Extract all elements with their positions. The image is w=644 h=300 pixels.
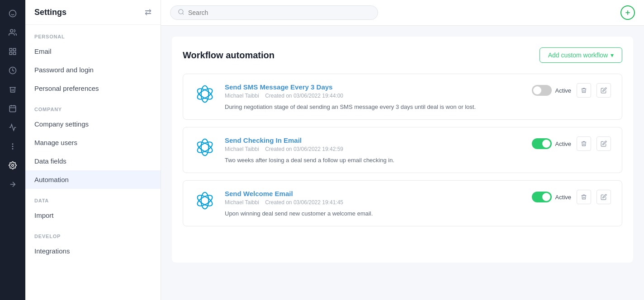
sidebar-item-automation[interactable]: Automation bbox=[25, 170, 161, 189]
workflow-desc-2: Two weeks after losing a deal send a fol… bbox=[225, 157, 523, 164]
nav-icon-activities[interactable] bbox=[4, 81, 22, 98]
workflow-title-2[interactable]: Send Checking In Email bbox=[225, 136, 523, 144]
nav-icon-integrations[interactable] bbox=[4, 176, 22, 192]
workflow-edit-btn-2[interactable] bbox=[597, 136, 611, 151]
svg-point-16 bbox=[12, 164, 14, 167]
workflow-title-3[interactable]: Send Welcome Email bbox=[225, 190, 523, 197]
nav-icon-dashboard[interactable] bbox=[4, 43, 22, 60]
workflow-header: Workflow automation Add custom workflow … bbox=[183, 47, 622, 63]
workflow-toggle-2[interactable] bbox=[532, 138, 552, 149]
nav-icon-reports[interactable] bbox=[4, 119, 22, 136]
nav-icon-calendar[interactable] bbox=[4, 100, 22, 117]
workflow-active-label-2: Active bbox=[555, 141, 571, 147]
sidebar-header: Settings ⇄ bbox=[25, 0, 161, 25]
sidebar-section-data: Data bbox=[25, 189, 161, 206]
nav-icon-home[interactable] bbox=[4, 5, 22, 22]
sidebar-item-password-login[interactable]: Password and login bbox=[25, 61, 161, 79]
svg-point-0 bbox=[9, 10, 16, 17]
toggle-wrapper-3: Active bbox=[532, 192, 571, 202]
workflow-card-1: Send SMS Message Every 3 Days Michael Ta… bbox=[183, 74, 622, 120]
workflow-created-2: Created on 03/06/2022 19:42:59 bbox=[265, 146, 343, 152]
toggle-wrapper-1: Active bbox=[532, 85, 571, 96]
workflow-desc-1: During negotiation stage of deal sending… bbox=[225, 103, 523, 110]
workflow-card-body-2: Send Checking In Email Michael Taibbi Cr… bbox=[225, 136, 523, 164]
workflow-created-1: Created on 03/06/2022 19:44:00 bbox=[265, 93, 343, 99]
icon-bar bbox=[0, 0, 25, 300]
add-custom-label: Add custom workflow bbox=[548, 52, 608, 59]
svg-rect-7 bbox=[9, 52, 12, 55]
workflow-edit-btn-1[interactable] bbox=[597, 83, 611, 98]
search-icon bbox=[178, 9, 185, 17]
workflow-delete-btn-3[interactable] bbox=[577, 190, 591, 204]
add-custom-workflow-button[interactable]: Add custom workflow ▾ bbox=[540, 47, 622, 63]
svg-point-13 bbox=[12, 144, 13, 145]
svg-rect-6 bbox=[14, 52, 16, 55]
workflow-card-2: Send Checking In Email Michael Taibbi Cr… bbox=[183, 127, 622, 173]
workflow-logo-2 bbox=[194, 136, 216, 158]
svg-point-14 bbox=[12, 146, 13, 147]
sidebar-item-email[interactable]: Email bbox=[25, 42, 161, 61]
sidebar-section-company: Company bbox=[25, 98, 161, 115]
workflow-content: Workflow automation Add custom workflow … bbox=[161, 26, 644, 300]
workflow-card-body-3: Send Welcome Email Michael Taibbi Create… bbox=[225, 190, 523, 217]
nav-icon-settings[interactable] bbox=[4, 157, 22, 173]
sidebar-section-personal: Personal bbox=[25, 25, 161, 42]
workflow-title-1[interactable]: Send SMS Message Every 3 Days bbox=[225, 83, 523, 91]
workflow-actions-1: Active bbox=[532, 83, 611, 98]
topbar bbox=[161, 0, 644, 26]
workflow-toggle-1[interactable] bbox=[532, 85, 552, 96]
workflow-section-title: Workflow automation bbox=[183, 50, 275, 61]
svg-point-23 bbox=[201, 86, 209, 103]
workflow-meta-3: Michael Taibbi Created on 03/06/2022 19:… bbox=[225, 199, 523, 206]
sidebar-item-personal-preferences[interactable]: Personal preferences bbox=[25, 79, 161, 98]
workflow-meta-1: Michael Taibbi Created on 03/06/2022 19:… bbox=[225, 93, 523, 99]
workflow-delete-btn-2[interactable] bbox=[577, 136, 591, 151]
sidebar-item-data-fields[interactable]: Data fields bbox=[25, 152, 161, 170]
svg-rect-9 bbox=[9, 106, 16, 112]
nav-icon-more[interactable] bbox=[4, 138, 22, 155]
workflow-toggle-3[interactable] bbox=[532, 192, 552, 202]
workflow-author-3: Michael Taibbi bbox=[225, 199, 259, 206]
sidebar-toggle-icon[interactable]: ⇄ bbox=[145, 7, 152, 17]
sidebar-title: Settings bbox=[34, 8, 66, 17]
toggle-wrapper-2: Active bbox=[532, 138, 571, 149]
workflow-card-3: Send Welcome Email Michael Taibbi Create… bbox=[183, 180, 622, 226]
sidebar: Settings ⇄ Personal Email Password and l… bbox=[25, 0, 161, 300]
main-content-area: Workflow automation Add custom workflow … bbox=[161, 0, 644, 300]
workflow-desc-3: Upon winning deal send new customer a we… bbox=[225, 210, 523, 217]
svg-point-15 bbox=[12, 149, 13, 150]
add-circle-button[interactable] bbox=[620, 5, 635, 20]
workflow-actions-3: Active bbox=[532, 190, 611, 204]
search-input[interactable] bbox=[188, 9, 370, 16]
workflow-active-label-3: Active bbox=[555, 194, 571, 201]
search-bar[interactable] bbox=[170, 5, 378, 20]
svg-point-29 bbox=[201, 192, 209, 209]
workflow-author-2: Michael Taibbi bbox=[225, 146, 259, 152]
workflow-author-1: Michael Taibbi bbox=[225, 93, 259, 99]
svg-point-17 bbox=[179, 9, 183, 14]
workflow-card-body-1: Send SMS Message Every 3 Days Michael Ta… bbox=[225, 83, 523, 110]
workflow-actions-2: Active bbox=[532, 136, 611, 151]
svg-line-18 bbox=[182, 13, 184, 14]
nav-icon-contacts[interactable] bbox=[4, 24, 22, 41]
workflow-logo-3 bbox=[194, 190, 216, 211]
workflow-delete-btn-1[interactable] bbox=[577, 83, 591, 98]
sidebar-item-company-settings[interactable]: Company settings bbox=[25, 115, 161, 133]
workflow-meta-2: Michael Taibbi Created on 03/06/2022 19:… bbox=[225, 146, 523, 152]
sidebar-item-manage-users[interactable]: Manage users bbox=[25, 133, 161, 152]
workflow-edit-btn-3[interactable] bbox=[597, 190, 611, 204]
svg-rect-4 bbox=[9, 48, 12, 51]
sidebar-section-develop: Develop bbox=[25, 225, 161, 242]
nav-icon-deals[interactable] bbox=[4, 62, 22, 79]
workflow-active-label-1: Active bbox=[555, 87, 571, 94]
add-custom-chevron: ▾ bbox=[611, 52, 614, 59]
sidebar-item-integrations[interactable]: Integrations bbox=[25, 242, 161, 260]
sidebar-item-import[interactable]: Import bbox=[25, 206, 161, 225]
svg-rect-5 bbox=[14, 48, 16, 51]
workflow-created-3: Created on 03/06/2022 19:41:45 bbox=[265, 199, 343, 206]
workflow-logo-1 bbox=[194, 83, 216, 105]
workflow-section: Workflow automation Add custom workflow … bbox=[172, 37, 633, 262]
svg-point-26 bbox=[201, 139, 209, 156]
svg-point-3 bbox=[10, 29, 13, 32]
